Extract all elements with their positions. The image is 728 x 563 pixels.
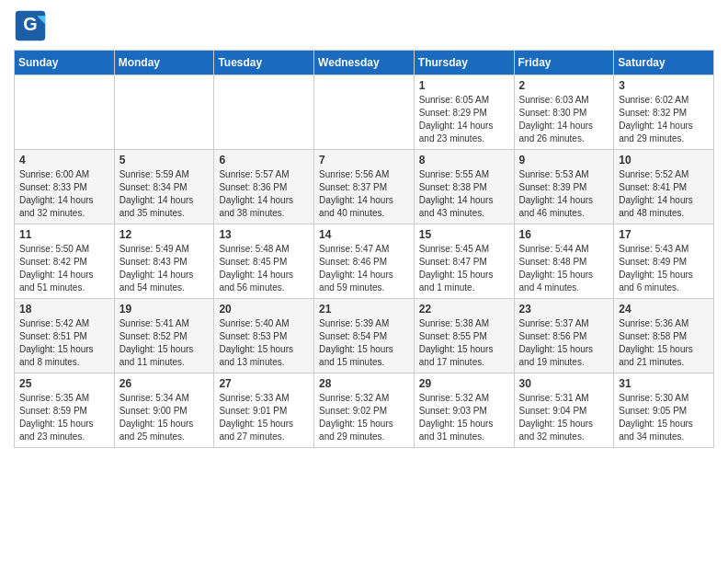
- day-info: Sunrise: 5:39 AM Sunset: 8:54 PM Dayligh…: [319, 317, 409, 369]
- header-cell-thursday: Thursday: [414, 51, 514, 75]
- day-number: 19: [119, 303, 210, 316]
- week-row-3: 11Sunrise: 5:50 AM Sunset: 8:42 PM Dayli…: [15, 224, 714, 299]
- header-cell-friday: Friday: [514, 51, 614, 75]
- day-info: Sunrise: 5:32 AM Sunset: 9:02 PM Dayligh…: [319, 392, 409, 443]
- day-cell: 4Sunrise: 6:00 AM Sunset: 8:33 PM Daylig…: [15, 150, 115, 224]
- day-cell: [214, 75, 314, 150]
- day-cell: 17Sunrise: 5:43 AM Sunset: 8:49 PM Dayli…: [614, 224, 714, 299]
- header-row: SundayMondayTuesdayWednesdayThursdayFrid…: [15, 51, 714, 75]
- header-cell-saturday: Saturday: [614, 51, 714, 75]
- day-number: 3: [619, 79, 709, 92]
- day-info: Sunrise: 5:31 AM Sunset: 9:04 PM Dayligh…: [519, 392, 609, 443]
- day-cell: 29Sunrise: 5:32 AM Sunset: 9:03 PM Dayli…: [414, 373, 514, 448]
- day-info: Sunrise: 5:45 AM Sunset: 8:47 PM Dayligh…: [419, 243, 509, 294]
- day-number: 28: [319, 377, 409, 390]
- day-cell: 14Sunrise: 5:47 AM Sunset: 8:46 PM Dayli…: [314, 224, 415, 299]
- week-row-1: 1Sunrise: 6:05 AM Sunset: 8:29 PM Daylig…: [15, 75, 714, 150]
- header-cell-wednesday: Wednesday: [314, 51, 415, 75]
- day-info: Sunrise: 6:00 AM Sunset: 8:33 PM Dayligh…: [19, 168, 109, 220]
- day-number: 18: [19, 303, 109, 316]
- day-number: 26: [119, 377, 210, 390]
- day-cell: 28Sunrise: 5:32 AM Sunset: 9:02 PM Dayli…: [314, 373, 415, 448]
- day-info: Sunrise: 5:52 AM Sunset: 8:41 PM Dayligh…: [619, 168, 709, 220]
- day-info: Sunrise: 5:38 AM Sunset: 8:55 PM Dayligh…: [419, 317, 509, 369]
- day-number: 25: [19, 377, 109, 390]
- day-cell: 9Sunrise: 5:53 AM Sunset: 8:39 PM Daylig…: [514, 150, 614, 224]
- day-number: 30: [519, 377, 609, 390]
- logo: G: [14, 9, 51, 42]
- day-number: 9: [519, 154, 609, 167]
- svg-text:G: G: [23, 14, 37, 34]
- day-info: Sunrise: 5:59 AM Sunset: 8:34 PM Dayligh…: [119, 168, 210, 220]
- day-cell: 2Sunrise: 6:03 AM Sunset: 8:30 PM Daylig…: [514, 75, 614, 150]
- day-cell: 7Sunrise: 5:56 AM Sunset: 8:37 PM Daylig…: [314, 150, 415, 224]
- week-row-4: 18Sunrise: 5:42 AM Sunset: 8:51 PM Dayli…: [15, 299, 714, 373]
- day-info: Sunrise: 5:47 AM Sunset: 8:46 PM Dayligh…: [319, 243, 409, 294]
- day-info: Sunrise: 5:50 AM Sunset: 8:42 PM Dayligh…: [19, 243, 109, 294]
- day-info: Sunrise: 5:34 AM Sunset: 9:00 PM Dayligh…: [119, 392, 210, 443]
- day-number: 4: [19, 154, 109, 167]
- day-number: 15: [419, 228, 509, 241]
- day-number: 23: [519, 303, 609, 316]
- day-number: 16: [519, 228, 609, 241]
- day-number: 17: [619, 228, 709, 241]
- day-info: Sunrise: 5:41 AM Sunset: 8:52 PM Dayligh…: [119, 317, 210, 369]
- day-info: Sunrise: 5:30 AM Sunset: 9:05 PM Dayligh…: [619, 392, 709, 443]
- day-number: 22: [419, 303, 509, 316]
- calendar-container: G SundayMondayTuesdayWednesdayThursdayFr…: [0, 0, 728, 457]
- day-info: Sunrise: 5:53 AM Sunset: 8:39 PM Dayligh…: [519, 168, 609, 220]
- day-info: Sunrise: 6:05 AM Sunset: 8:29 PM Dayligh…: [419, 94, 509, 145]
- day-number: 5: [119, 154, 210, 167]
- day-number: 14: [319, 228, 409, 241]
- header-cell-sunday: Sunday: [15, 51, 115, 75]
- day-info: Sunrise: 5:35 AM Sunset: 8:59 PM Dayligh…: [19, 392, 109, 443]
- day-number: 7: [319, 154, 409, 167]
- day-number: 11: [19, 228, 109, 241]
- day-info: Sunrise: 5:57 AM Sunset: 8:36 PM Dayligh…: [219, 168, 309, 220]
- day-info: Sunrise: 5:48 AM Sunset: 8:45 PM Dayligh…: [219, 243, 309, 294]
- day-cell: [114, 75, 214, 150]
- header: G: [14, 9, 714, 42]
- day-info: Sunrise: 5:49 AM Sunset: 8:43 PM Dayligh…: [119, 243, 210, 294]
- day-info: Sunrise: 5:55 AM Sunset: 8:38 PM Dayligh…: [419, 168, 509, 220]
- day-info: Sunrise: 6:02 AM Sunset: 8:32 PM Dayligh…: [619, 94, 709, 145]
- day-cell: 16Sunrise: 5:44 AM Sunset: 8:48 PM Dayli…: [514, 224, 614, 299]
- day-number: 31: [619, 377, 709, 390]
- day-cell: 25Sunrise: 5:35 AM Sunset: 8:59 PM Dayli…: [15, 373, 115, 448]
- day-cell: 5Sunrise: 5:59 AM Sunset: 8:34 PM Daylig…: [114, 150, 214, 224]
- day-number: 29: [419, 377, 509, 390]
- day-cell: 15Sunrise: 5:45 AM Sunset: 8:47 PM Dayli…: [414, 224, 514, 299]
- day-info: Sunrise: 5:37 AM Sunset: 8:56 PM Dayligh…: [519, 317, 609, 369]
- day-cell: 23Sunrise: 5:37 AM Sunset: 8:56 PM Dayli…: [514, 299, 614, 373]
- day-number: 8: [419, 154, 509, 167]
- day-cell: 6Sunrise: 5:57 AM Sunset: 8:36 PM Daylig…: [214, 150, 314, 224]
- day-cell: 19Sunrise: 5:41 AM Sunset: 8:52 PM Dayli…: [114, 299, 214, 373]
- day-number: 24: [619, 303, 709, 316]
- day-cell: [314, 75, 415, 150]
- day-info: Sunrise: 5:32 AM Sunset: 9:03 PM Dayligh…: [419, 392, 509, 443]
- day-number: 10: [619, 154, 709, 167]
- day-cell: 27Sunrise: 5:33 AM Sunset: 9:01 PM Dayli…: [214, 373, 314, 448]
- day-number: 12: [119, 228, 210, 241]
- day-number: 1: [419, 79, 509, 92]
- day-cell: [15, 75, 115, 150]
- day-cell: 31Sunrise: 5:30 AM Sunset: 9:05 PM Dayli…: [614, 373, 714, 448]
- day-info: Sunrise: 5:33 AM Sunset: 9:01 PM Dayligh…: [219, 392, 309, 443]
- day-info: Sunrise: 5:44 AM Sunset: 8:48 PM Dayligh…: [519, 243, 609, 294]
- day-info: Sunrise: 5:40 AM Sunset: 8:53 PM Dayligh…: [219, 317, 309, 369]
- header-cell-tuesday: Tuesday: [214, 51, 314, 75]
- day-cell: 3Sunrise: 6:02 AM Sunset: 8:32 PM Daylig…: [614, 75, 714, 150]
- day-info: Sunrise: 5:42 AM Sunset: 8:51 PM Dayligh…: [19, 317, 109, 369]
- day-number: 21: [319, 303, 409, 316]
- day-cell: 11Sunrise: 5:50 AM Sunset: 8:42 PM Dayli…: [15, 224, 115, 299]
- day-number: 2: [519, 79, 609, 92]
- day-cell: 24Sunrise: 5:36 AM Sunset: 8:58 PM Dayli…: [614, 299, 714, 373]
- day-number: 6: [219, 154, 309, 167]
- day-info: Sunrise: 5:36 AM Sunset: 8:58 PM Dayligh…: [619, 317, 709, 369]
- day-cell: 22Sunrise: 5:38 AM Sunset: 8:55 PM Dayli…: [414, 299, 514, 373]
- day-cell: 1Sunrise: 6:05 AM Sunset: 8:29 PM Daylig…: [414, 75, 514, 150]
- day-number: 13: [219, 228, 309, 241]
- day-cell: 13Sunrise: 5:48 AM Sunset: 8:45 PM Dayli…: [214, 224, 314, 299]
- logo-icon: G: [14, 9, 47, 42]
- day-cell: 8Sunrise: 5:55 AM Sunset: 8:38 PM Daylig…: [414, 150, 514, 224]
